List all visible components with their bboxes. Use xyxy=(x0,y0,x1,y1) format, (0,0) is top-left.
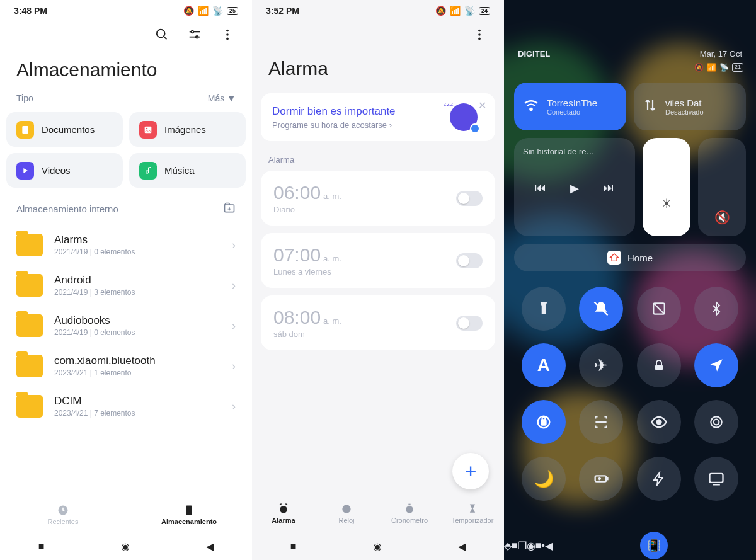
media-prev-icon[interactable]: ⏮ xyxy=(535,181,546,195)
nav-back-button[interactable]: ◀ xyxy=(458,540,466,552)
folder-meta: 2023/4/21 | 7 elementos xyxy=(54,409,220,418)
chevron-right-icon: › xyxy=(232,360,236,373)
tab-timer[interactable]: Temporizador xyxy=(441,494,504,532)
qs-dnd[interactable] xyxy=(579,287,623,331)
music-icon xyxy=(139,162,157,180)
alarm-toggle[interactable] xyxy=(456,316,483,331)
qs-location[interactable] xyxy=(694,343,738,387)
folder-item[interactable]: DCIM2023/4/21 | 7 elementos› xyxy=(0,386,252,426)
qs-cast[interactable] xyxy=(694,457,738,501)
nav-recents-button[interactable]: ■ xyxy=(290,540,297,552)
videos-icon xyxy=(16,162,34,180)
media-next-icon[interactable]: ⏭ xyxy=(603,181,614,195)
nav-storage-label: Almacenamiento xyxy=(161,518,217,525)
nav-home-button[interactable]: ◉ xyxy=(121,540,130,552)
wifi-icon: 📡 xyxy=(212,6,223,16)
qs-night-mode[interactable]: 🌙 xyxy=(522,457,566,501)
chevron-right-icon: › xyxy=(232,239,236,252)
alarm-item[interactable]: 07:00a. m.Lunes a viernes xyxy=(261,233,495,288)
google-home-tile[interactable]: Home xyxy=(514,244,746,271)
nav-home-button[interactable]: ◉ xyxy=(373,540,382,552)
add-alarm-fab[interactable]: + xyxy=(452,453,489,489)
wifi-icon xyxy=(523,97,539,116)
more-types-button[interactable]: Más ▼ xyxy=(208,93,236,103)
signal-icon: 📶 xyxy=(198,6,209,16)
folder-meta: 2023/4/21 | 1 elemento xyxy=(54,369,220,377)
folder-list[interactable]: Alarms2021/4/19 | 0 elementos› Android20… xyxy=(0,225,252,496)
tab-chrono-label: Cronómetro xyxy=(391,517,428,524)
alarm-item[interactable]: 08:00a. m.sáb dom xyxy=(261,295,495,350)
nav-video-icon[interactable]: ■• xyxy=(536,540,545,551)
type-documents[interactable]: Documentos xyxy=(6,112,123,147)
nav-back-button[interactable]: ◀ xyxy=(545,540,553,552)
alarm-toggle[interactable] xyxy=(456,191,483,206)
alarm-ampm: a. m. xyxy=(323,254,341,263)
nav-recents-button[interactable]: ■ xyxy=(38,540,45,552)
folder-item[interactable]: Android2021/4/19 | 3 elementos› xyxy=(0,265,252,306)
media-play-icon[interactable]: ▶ xyxy=(570,181,579,195)
dnd-icon: 🔕 xyxy=(694,63,704,72)
folder-name: DCIM xyxy=(54,395,220,408)
folder-item[interactable]: Audiobooks2021/4/19 | 0 elementos› xyxy=(0,306,252,346)
qs-eye-comfort[interactable] xyxy=(637,400,681,444)
svg-point-0 xyxy=(157,30,165,38)
qs-lock[interactable] xyxy=(637,343,681,387)
qs-rotation-lock[interactable] xyxy=(522,400,566,444)
nav-home-button[interactable]: ◉ xyxy=(527,540,536,552)
type-music-label: Música xyxy=(164,165,195,176)
qs-battery-saver[interactable] xyxy=(579,457,623,501)
type-images[interactable]: Imágenes xyxy=(129,112,246,147)
sleep-well-card[interactable]: Dormir bien es importante Programe su ho… xyxy=(261,93,495,141)
type-music[interactable]: Música xyxy=(129,153,246,188)
alarm-time: 08:00 xyxy=(273,307,321,328)
type-videos[interactable]: Videos xyxy=(6,153,123,188)
nav-back-button[interactable]: ◀ xyxy=(206,540,214,552)
alarm-repeat: sáb dom xyxy=(273,329,341,339)
qs-flashlight[interactable] xyxy=(522,287,566,331)
qs-scan[interactable] xyxy=(579,400,623,444)
tab-clock[interactable]: Reloj xyxy=(315,494,378,532)
alarm-item[interactable]: 06:00a. m.Diario xyxy=(261,171,495,226)
search-icon[interactable] xyxy=(155,28,169,44)
media-history-label: Sin historial de re… xyxy=(523,147,626,156)
nav-storage[interactable]: Almacenamiento xyxy=(126,496,252,532)
svg-point-30 xyxy=(656,420,661,425)
add-folder-icon[interactable] xyxy=(223,202,236,216)
svg-point-11 xyxy=(146,127,148,129)
alarm-repeat: Lunes a viernes xyxy=(273,267,341,277)
alarm-toggle[interactable] xyxy=(456,253,483,268)
chevron-right-icon: › xyxy=(232,400,236,413)
mobile-data-tile[interactable]: viles DatDesactivado xyxy=(634,83,746,130)
svg-point-5 xyxy=(196,36,198,38)
folder-item[interactable]: Alarms2021/4/19 | 0 elementos› xyxy=(0,225,252,265)
qs-vibrate[interactable]: 📳 xyxy=(640,532,668,559)
qs-bluetooth[interactable] xyxy=(694,287,738,331)
folder-item[interactable]: com.xiaomi.bluetooth2023/4/21 | 1 elemen… xyxy=(0,346,252,386)
volume-slider[interactable]: 🔇 xyxy=(698,138,746,236)
close-icon[interactable]: ✕ xyxy=(478,100,486,111)
wifi-tile[interactable]: TorresInTheConectado xyxy=(514,83,626,130)
filter-icon[interactable] xyxy=(188,28,202,44)
more-icon[interactable] xyxy=(472,28,486,44)
nav-recents-button[interactable]: ■ xyxy=(512,540,518,551)
qs-performance[interactable] xyxy=(637,457,681,501)
tab-chrono[interactable]: Cronómetro xyxy=(378,494,441,532)
svg-rect-24 xyxy=(408,504,410,506)
status-time: 3:48 PM xyxy=(14,6,47,16)
svg-point-18 xyxy=(478,30,481,32)
qs-screenshot[interactable] xyxy=(637,287,681,331)
qs-airplane[interactable]: ✈ xyxy=(579,343,623,387)
qs-font[interactable]: A xyxy=(522,343,566,387)
tab-alarm[interactable]: Alarma xyxy=(252,494,315,532)
alarm-time: 07:00 xyxy=(273,244,321,265)
wifi-tile-title: TorresInThe xyxy=(547,98,597,108)
page-title: Almacenamiento xyxy=(0,50,252,93)
brightness-slider[interactable]: ☀ xyxy=(643,138,690,236)
svg-rect-10 xyxy=(145,126,152,133)
more-icon[interactable] xyxy=(220,28,234,44)
nav-edit-icon[interactable]: ⬘ xyxy=(504,540,512,552)
nav-recent[interactable]: Recientes xyxy=(0,496,126,532)
qs-dark-mode[interactable] xyxy=(694,400,738,444)
nav-layers-icon[interactable]: ❐ xyxy=(518,540,527,552)
media-player-tile[interactable]: Sin historial de re… ⏮ ▶ ⏭ xyxy=(514,138,635,236)
